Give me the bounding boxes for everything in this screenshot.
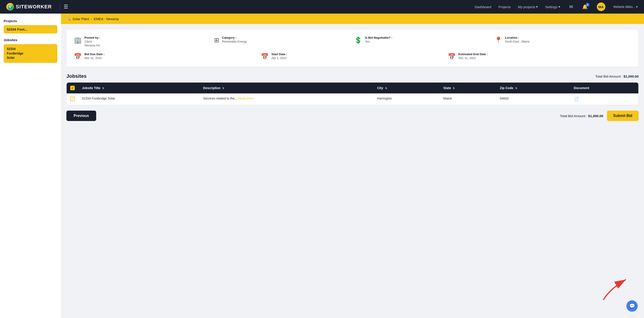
app-logo[interactable]: 🌍 SITEWORKER bbox=[6, 3, 52, 11]
row-description: Services related to the... Read More bbox=[200, 93, 374, 105]
bid-negotiable-icon: 💲 bbox=[354, 36, 362, 44]
table-col-city[interactable]: City ⇅ bbox=[374, 83, 440, 93]
user-avatar[interactable]: MA bbox=[597, 3, 606, 11]
row-checkmark: ✓ bbox=[71, 97, 74, 100]
jobsites-table: ✓ Jobsite Title ⇅ Description ⇅ City bbox=[66, 83, 638, 105]
start-date-label: Start Date : bbox=[272, 53, 287, 56]
category-item: ⊞ Category : Renewable Energy bbox=[214, 36, 351, 47]
category-text: Category : Renewable Energy bbox=[222, 36, 247, 43]
sort-title-icon: ⇅ bbox=[102, 87, 104, 90]
sort-state-icon: ⇅ bbox=[453, 87, 455, 90]
location-icon: 📍 bbox=[494, 36, 502, 44]
posted-by-item: 🏢 Posted by : Client Nexamp Inc bbox=[74, 36, 210, 47]
sort-city-icon: ⇅ bbox=[385, 87, 387, 90]
hamburger-menu[interactable]: ☰ bbox=[64, 4, 68, 10]
breadcrumb-solar-plant[interactable]: Solar Plant bbox=[72, 17, 89, 21]
row-checkbox-cell: ✓ bbox=[66, 93, 78, 105]
row-document: 📄 bbox=[570, 93, 638, 105]
nav-settings[interactable]: Settings ▾ bbox=[545, 5, 560, 9]
nav-links: Dashboard Projects My projects ▾ Setting… bbox=[475, 3, 638, 11]
est-end-date-icon: 📅 bbox=[448, 53, 456, 60]
sort-zip-icon: ⇅ bbox=[515, 87, 517, 90]
bid-negotiable-item: 💲 Is Bid Negotiable? : Yes bbox=[354, 36, 491, 47]
info-grid-bottom: 📅 Bid Due Date : Mar 31, 2022 📅 Start Da… bbox=[74, 53, 631, 60]
user-name[interactable]: Melanie Abbo... ▾ bbox=[614, 5, 638, 9]
previous-button[interactable]: Previous bbox=[66, 111, 96, 121]
notifications-icon[interactable]: 🔔 1 bbox=[582, 4, 588, 10]
jobsites-table-wrapper: ✓ Jobsite Title ⇅ Description ⇅ City bbox=[66, 82, 638, 105]
row-title: 52334 Footbridge Solar bbox=[78, 93, 200, 105]
est-end-date-item: 📅 Estimated End Date : Dec 31, 2022 bbox=[448, 53, 631, 60]
select-all-checkbox[interactable]: ✓ bbox=[70, 86, 75, 90]
info-grid-top: 🏢 Posted by : Client Nexamp Inc ⊞ Catego… bbox=[74, 36, 631, 47]
sidebar-project-chip[interactable]: 52334 Foot... bbox=[4, 25, 57, 34]
breadcrumb-bar: 🔍 Solar Plant › EMEA - Nexamp bbox=[61, 14, 644, 24]
bid-due-date-icon: 📅 bbox=[74, 53, 82, 60]
nav-projects[interactable]: Projects bbox=[498, 5, 511, 9]
start-date-icon: 📅 bbox=[261, 53, 269, 60]
table-header-row: ✓ Jobsite Title ⇅ Description ⇅ City bbox=[66, 83, 638, 93]
bid-negotiable-text: Is Bid Negotiable? : Yes bbox=[365, 36, 392, 43]
posted-by-label: Posted by : bbox=[84, 36, 100, 39]
bid-negotiable-value: Yes bbox=[365, 40, 392, 43]
bid-due-date-item: 📅 Bid Due Date : Mar 31, 2022 bbox=[74, 53, 257, 60]
table-row: ✓ 52334 Footbridge Solar Services relate… bbox=[66, 93, 638, 105]
est-end-date-value: Dec 31, 2022 bbox=[458, 56, 488, 60]
footer-row: Previous Total Bid Amount : $1,000.00 Su… bbox=[66, 111, 638, 121]
breadcrumb-sep: › bbox=[91, 17, 92, 21]
row-state: Maine bbox=[440, 93, 496, 105]
row-checkbox[interactable]: ✓ bbox=[70, 97, 75, 101]
nav-dashboard[interactable]: Dashboard bbox=[475, 5, 491, 9]
info-card: 🏢 Posted by : Client Nexamp Inc ⊞ Catego… bbox=[66, 29, 638, 67]
table-col-checkbox: ✓ bbox=[66, 83, 78, 93]
bid-negotiable-label: Is Bid Negotiable? : bbox=[365, 36, 392, 39]
nav-my-projects[interactable]: My projects ▾ bbox=[518, 5, 538, 9]
main-content: 🔍 Solar Plant › EMEA - Nexamp 🏢 Posted b… bbox=[61, 14, 644, 318]
category-label: Category : bbox=[222, 36, 247, 39]
nav-divider bbox=[60, 3, 60, 11]
table-col-zip[interactable]: Zip Code ⇅ bbox=[496, 83, 570, 93]
location-label: Location : bbox=[505, 36, 530, 39]
row-city: Harrington bbox=[374, 93, 440, 105]
posted-by-type: Client bbox=[84, 40, 100, 43]
submit-bid-button[interactable]: Submit Bid bbox=[607, 111, 638, 121]
start-date-item: 📅 Start Date : Apr 1, 2022 bbox=[261, 53, 444, 60]
est-end-date-label: Estimated End Date : bbox=[458, 53, 488, 56]
sidebar-jobsites-section: Jobsites 52334FootbridgeSolar bbox=[4, 38, 57, 63]
notification-badge: 1 bbox=[586, 3, 589, 7]
breadcrumb-emea-nexamp[interactable]: EMEA - Nexamp bbox=[94, 17, 119, 21]
page-wrapper: Projects 52334 Foot... Jobsites 52334Foo… bbox=[0, 14, 644, 318]
table-col-state[interactable]: State ⇅ bbox=[440, 83, 496, 93]
bid-due-date-text: Bid Due Date : Mar 31, 2022 bbox=[84, 53, 104, 60]
total-bid-footer: Total Bid Amount : $1,000.00 bbox=[560, 114, 603, 118]
start-date-value: Apr 1, 2022 bbox=[272, 56, 287, 60]
read-more-link[interactable]: Read More bbox=[238, 97, 254, 100]
chat-bubble-button[interactable]: 💬 bbox=[626, 300, 638, 312]
jobsites-title: Jobsites bbox=[66, 73, 86, 79]
start-date-text: Start Date : Apr 1, 2022 bbox=[272, 53, 287, 60]
sidebar-jobsite-chip[interactable]: 52334FootbridgeSolar bbox=[4, 44, 57, 63]
sidebar: Projects 52334 Foot... Jobsites 52334Foo… bbox=[0, 14, 61, 318]
bid-due-date-value: Mar 31, 2022 bbox=[84, 56, 104, 60]
category-icon: ⊞ bbox=[214, 36, 219, 44]
posted-by-text: Posted by : Client Nexamp Inc bbox=[84, 36, 100, 47]
category-value: Renewable Energy bbox=[222, 40, 247, 43]
logo-icon: 🌍 bbox=[6, 3, 14, 11]
footer-right: Total Bid Amount : $1,000.00 Submit Bid bbox=[560, 111, 638, 121]
est-end-date-text: Estimated End Date : Dec 31, 2022 bbox=[458, 53, 488, 60]
posted-by-name: Nexamp Inc bbox=[84, 44, 100, 47]
mail-icon[interactable]: ✉ bbox=[569, 4, 573, 10]
table-col-title[interactable]: Jobsite Title ⇅ bbox=[78, 83, 200, 93]
bid-due-date-label: Bid Due Date : bbox=[84, 53, 104, 56]
document-icon[interactable]: 📄 bbox=[574, 97, 579, 101]
top-navigation: 🌍 SITEWORKER ☰ Dashboard Projects My pro… bbox=[0, 0, 644, 14]
sidebar-projects-label: Projects bbox=[4, 19, 57, 23]
app-name: SITEWORKER bbox=[16, 4, 52, 10]
checkmark-icon: ✓ bbox=[71, 86, 74, 90]
table-col-description[interactable]: Description ⇅ bbox=[200, 83, 374, 93]
breadcrumb-search-icon: 🔍 bbox=[66, 17, 71, 21]
location-item: 📍 Location : North-East , Maine bbox=[494, 36, 631, 47]
sort-desc-icon: ⇅ bbox=[222, 87, 224, 90]
sidebar-jobsites-label: Jobsites bbox=[4, 38, 57, 42]
jobsites-header: Jobsites Total Bid Amount : $1,000.00 bbox=[66, 73, 638, 79]
